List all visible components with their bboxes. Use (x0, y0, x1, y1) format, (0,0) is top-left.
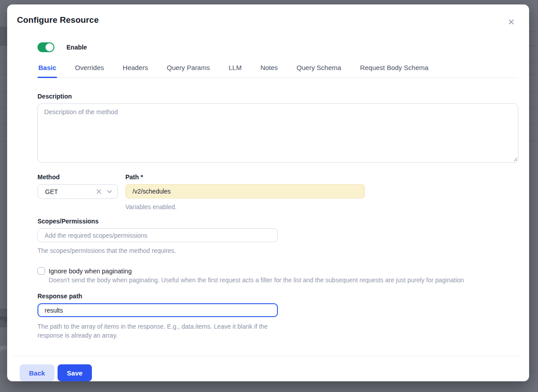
back-button[interactable]: Back (20, 364, 54, 381)
tab-llm[interactable]: LLM (228, 64, 242, 78)
ignore-body-label[interactable]: Ignore body when paginating (49, 268, 132, 275)
close-icon[interactable]: ✕ (504, 16, 518, 28)
description-textarea[interactable] (37, 103, 518, 163)
response-path-input[interactable] (37, 303, 278, 317)
chevron-down-icon[interactable] (106, 188, 113, 195)
response-path-label: Response path (37, 293, 518, 300)
clear-icon[interactable] (95, 188, 102, 195)
scopes-input[interactable] (37, 228, 278, 242)
scopes-label: Scopes/Permissions (37, 218, 518, 225)
method-select[interactable]: GET (37, 184, 118, 199)
save-button[interactable]: Save (58, 364, 92, 381)
tab-request-body-schema[interactable]: Request Body Schema (359, 64, 429, 78)
modal-footer: Back Save (7, 356, 529, 381)
modal-body: Description Method GET (7, 78, 529, 340)
scopes-helper-text: The scopes/permissions that the method r… (37, 247, 518, 254)
tab-headers[interactable]: Headers (122, 64, 149, 78)
tab-query-params[interactable]: Query Params (166, 64, 211, 78)
tab-bar: Basic Overrides Headers Query Params LLM… (37, 64, 518, 78)
response-path-helper-text: The path to the array of items in the re… (37, 322, 278, 340)
path-label: Path * (125, 173, 365, 181)
enable-toggle[interactable] (37, 42, 54, 52)
configure-resource-modal: Configure Resource ✕ Enable Basic Overri… (7, 4, 529, 381)
tab-overrides[interactable]: Overrides (74, 64, 105, 78)
tab-query-schema[interactable]: Query Schema (296, 64, 342, 78)
path-helper-text: Variables enabled. (125, 203, 365, 210)
backdrop-text-fragment: eg (0, 315, 7, 321)
backdrop-text-fragment: yo (0, 344, 7, 351)
ignore-body-checkbox[interactable] (37, 267, 45, 275)
description-label: Description (37, 93, 518, 100)
tab-basic[interactable]: Basic (37, 64, 57, 78)
modal-header: Configure Resource ✕ (7, 4, 529, 28)
method-select-value: GET (45, 188, 95, 195)
toggle-knob (46, 43, 54, 51)
modal-title: Configure Resource (17, 15, 99, 25)
tab-notes[interactable]: Notes (260, 64, 279, 78)
method-label: Method (37, 173, 118, 181)
path-input[interactable] (125, 184, 365, 198)
backdrop-row (0, 27, 7, 45)
ignore-body-helper-text: Doesn't send the body when paginating. U… (49, 276, 499, 284)
enable-toggle-label: Enable (66, 44, 87, 51)
enable-toggle-row: Enable (37, 42, 529, 52)
